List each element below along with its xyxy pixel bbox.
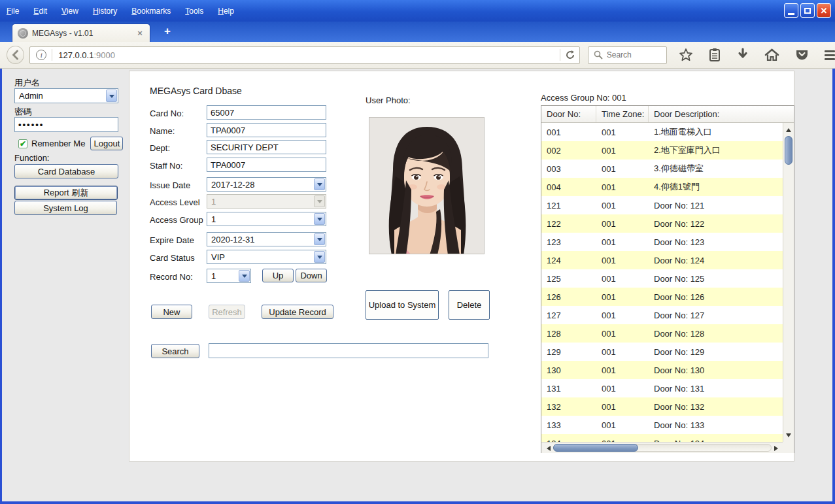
horizontal-scrollbar[interactable] [541, 442, 794, 453]
chevron-down-icon[interactable] [314, 178, 325, 190]
record-search-input[interactable] [209, 343, 488, 358]
remember-me-label: Remenber Me [31, 139, 85, 148]
url-port[interactable]: :9000 [94, 50, 115, 60]
new-tab-button[interactable]: + [160, 25, 175, 38]
table-row[interactable]: 0030013.仰德磁帶室 [541, 160, 783, 178]
url-bar[interactable]: i 127.0.0.1 :9000 [29, 46, 580, 64]
upload-to-system-button[interactable]: Upload to System [366, 290, 439, 320]
site-favicon-icon [18, 28, 28, 39]
back-button[interactable] [7, 46, 24, 64]
table-cell: 001 [596, 269, 649, 288]
record-no-select[interactable]: 1 [207, 269, 251, 283]
header-time-zone[interactable]: Time Zone: [596, 106, 649, 122]
menu-help[interactable]: Help [218, 7, 234, 16]
table-row[interactable]: 121001Door No: 121 [541, 196, 783, 214]
menu-view[interactable]: View [61, 7, 78, 16]
menu-hamburger-icon[interactable] [825, 50, 835, 60]
system-log-button[interactable]: System Log [14, 201, 117, 215]
header-door-description[interactable]: Door Description: [649, 106, 794, 122]
issue-date-select[interactable]: 2017-12-28 [207, 177, 326, 192]
bookmarks-sidebar-icon[interactable] [708, 48, 721, 62]
scroll-up-icon[interactable] [783, 124, 794, 135]
reload-icon[interactable] [565, 50, 575, 60]
record-no-value: 1 [211, 271, 216, 281]
table-row[interactable]: 126001Door No: 126 [541, 288, 783, 306]
up-button[interactable]: Up [262, 269, 294, 282]
check-icon: ✔ [20, 139, 26, 148]
browser-search-box[interactable] [588, 46, 667, 64]
staff-no-field[interactable] [207, 158, 326, 172]
table-row[interactable]: 0040014.仰德1號門 [541, 178, 783, 196]
table-row[interactable]: 124001Door No: 124 [541, 251, 783, 269]
table-row[interactable]: 132001Door No: 132 [541, 397, 783, 416]
chevron-down-icon[interactable] [106, 90, 117, 102]
card-status-select[interactable]: VIP [207, 250, 326, 264]
chevron-down-icon[interactable] [314, 251, 325, 263]
home-icon[interactable] [764, 48, 779, 62]
card-database-button[interactable]: Card Database [14, 164, 118, 178]
logout-button[interactable]: Logout [90, 137, 123, 150]
table-row[interactable]: 129001Door No: 129 [541, 343, 783, 361]
name-field[interactable] [207, 123, 326, 137]
remember-me-checkbox[interactable]: ✔ [18, 139, 27, 148]
table-cell: 001 [596, 288, 649, 306]
scroll-down-icon[interactable] [783, 430, 794, 441]
scroll-right-icon[interactable] [771, 443, 781, 454]
tab-megasys[interactable]: MEGAsys - v1.01 × [12, 24, 150, 42]
table-row[interactable]: 130001Door No: 130 [541, 361, 783, 379]
table-row[interactable]: 131001Door No: 131 [541, 379, 783, 397]
table-cell: Door No: 123 [649, 233, 783, 251]
table-row[interactable]: 0010011.地面電梯入口 [541, 123, 783, 141]
table-row[interactable]: 134001Door No: 134 [541, 434, 783, 442]
scroll-left-icon[interactable] [543, 443, 553, 454]
vertical-scrollbar[interactable] [783, 123, 794, 442]
horizontal-scroll-thumb[interactable] [553, 444, 638, 452]
minimize-button[interactable] [784, 3, 798, 18]
password-field[interactable] [14, 117, 118, 132]
menu-bookmarks[interactable]: Bookmarks [131, 7, 171, 16]
maximize-button[interactable] [800, 3, 815, 18]
info-icon[interactable]: i [36, 50, 46, 60]
new-button[interactable]: New [151, 305, 192, 319]
menu-edit[interactable]: Edit [33, 7, 47, 16]
header-door-no[interactable]: Door No: [541, 106, 596, 122]
down-button[interactable]: Down [296, 269, 327, 282]
url-separator [52, 49, 52, 61]
table-row[interactable]: 127001Door No: 127 [541, 306, 783, 324]
search-button[interactable]: Search [151, 344, 199, 358]
table-cell: 130 [541, 361, 596, 379]
username-select[interactable]: Admin [14, 88, 118, 103]
dept-field[interactable] [207, 140, 326, 154]
table-row[interactable]: 133001Door No: 133 [541, 416, 783, 434]
expire-date-select[interactable]: 2020-12-31 [207, 232, 326, 246]
staff-no-label: Staff No: [150, 161, 182, 171]
table-row[interactable]: 0020012.地下室庫門入口 [541, 141, 783, 160]
table-cell: 001 [596, 397, 649, 416]
close-button[interactable]: ✕ [817, 3, 831, 18]
chevron-down-icon[interactable] [314, 233, 325, 245]
table-cell: 001 [596, 306, 649, 324]
vertical-scroll-thumb[interactable] [785, 136, 792, 165]
url-host[interactable]: 127.0.0.1 [58, 50, 94, 60]
search-icon [594, 50, 603, 59]
menu-history[interactable]: History [93, 7, 117, 16]
browser-search-input[interactable] [607, 50, 659, 59]
table-row[interactable]: 125001Door No: 125 [541, 269, 783, 288]
report-refresh-button[interactable]: Report 刷新 [14, 186, 118, 200]
delete-button[interactable]: Delete [449, 290, 490, 320]
table-row[interactable]: 128001Door No: 128 [541, 324, 783, 343]
access-group-select[interactable]: 1 [207, 212, 326, 226]
door-table-viewport: 0010011.地面電梯入口0020012.地下室庫門入口0030013.仰德磁… [541, 123, 794, 442]
downloads-icon[interactable] [736, 48, 749, 62]
menu-file[interactable]: File [7, 7, 19, 16]
table-row[interactable]: 122001Door No: 122 [541, 214, 783, 233]
chevron-down-icon[interactable] [314, 213, 325, 225]
pocket-icon[interactable] [794, 48, 809, 62]
update-record-button[interactable]: Update Record [262, 305, 333, 319]
menu-tools[interactable]: Tools [185, 7, 203, 16]
bookmark-star-icon[interactable] [679, 48, 693, 62]
chevron-down-icon[interactable] [239, 270, 250, 282]
card-no-field[interactable] [207, 105, 326, 120]
tab-close-icon[interactable]: × [135, 28, 145, 38]
table-row[interactable]: 123001Door No: 123 [541, 233, 783, 251]
